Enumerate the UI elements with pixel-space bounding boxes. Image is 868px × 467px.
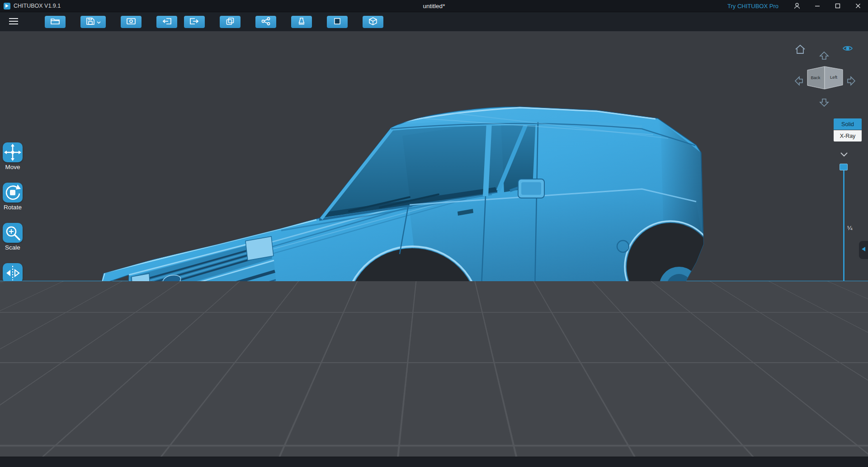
- arrow-down-icon: [819, 102, 829, 109]
- rotate-view-left-button[interactable]: [794, 76, 804, 87]
- document-title: untitled*: [423, 3, 445, 9]
- chevron-up-icon: [840, 417, 848, 424]
- hole-icon: [333, 17, 342, 27]
- viewport-3d[interactable]: [0, 31, 868, 281]
- plate-back-edge: [0, 281, 868, 282]
- maximize-button[interactable]: [827, 0, 848, 12]
- arrow-left-icon: [861, 245, 866, 255]
- minimize-icon: [815, 3, 820, 9]
- move-label: Move: [5, 164, 20, 170]
- slider-tick-three-quarter: ¾: [847, 344, 852, 351]
- hamburger-icon: [8, 20, 19, 27]
- pillar-icon: [297, 17, 306, 27]
- axis-z-label: Z: [20, 406, 23, 412]
- rotate-view-right-button[interactable]: [846, 76, 856, 87]
- scale-label: Scale: [5, 244, 20, 251]
- transform-tools-panel: Move Rotate Scale: [2, 142, 24, 303]
- status-bar: [0, 457, 868, 467]
- screenshot-icon: [126, 17, 136, 27]
- app-title: CHITUBOX V1.9.1: [14, 3, 61, 9]
- chevron-down-icon: [840, 152, 848, 159]
- rotate-icon: [3, 183, 23, 203]
- main-toolbar: [0, 12, 868, 31]
- cube-face-left-label: Left: [830, 75, 837, 80]
- move-icon: [3, 142, 23, 162]
- build-plate-grid: [0, 281, 868, 457]
- solid-mode-button[interactable]: Solid: [834, 118, 862, 130]
- rotate-label: Rotate: [4, 204, 22, 211]
- arrow-right-icon: [846, 80, 856, 87]
- rotate-view-down-button[interactable]: [819, 98, 829, 109]
- copy-button[interactable]: [220, 16, 241, 28]
- close-icon: [855, 3, 861, 9]
- rotate-view-up-button[interactable]: [819, 51, 829, 62]
- menu-button[interactable]: [7, 16, 20, 27]
- home-view-button[interactable]: [795, 44, 806, 56]
- navigation-widget: Back Left: [787, 42, 863, 118]
- slider-tick-quarter: ¼: [847, 225, 852, 231]
- arrow-left-icon: [794, 80, 804, 87]
- slider-collapse-button[interactable]: [840, 152, 848, 159]
- layer-slider-handle-top[interactable]: [840, 164, 848, 170]
- titlebar: CHITUBOX V1.9.1 untitled* Try CHITUBOX P…: [0, 0, 868, 12]
- folder-icon: [50, 17, 60, 27]
- cube-face-back-label: Back: [811, 75, 820, 80]
- dig-hole-button[interactable]: [327, 16, 348, 28]
- app-logo-icon: [4, 3, 10, 9]
- eye-icon: [843, 46, 853, 53]
- support-button[interactable]: [255, 16, 276, 28]
- nodes-icon: [261, 17, 271, 27]
- save-button[interactable]: [80, 16, 106, 28]
- axis-y-label: Y: [6, 439, 9, 445]
- import-button[interactable]: [156, 16, 177, 28]
- copy-icon: [226, 17, 235, 27]
- box-icon: [368, 17, 378, 27]
- close-button[interactable]: [848, 0, 868, 12]
- xray-mode-button[interactable]: X-Ray: [834, 130, 862, 142]
- person-icon: [793, 2, 801, 9]
- slice-button[interactable]: [363, 16, 383, 28]
- settings-panel-tab[interactable]: [859, 241, 868, 259]
- arrow-out-icon: [189, 17, 199, 27]
- open-button[interactable]: [45, 16, 66, 28]
- mirror-label: Mirror: [5, 284, 20, 291]
- maximize-icon: [835, 3, 840, 9]
- chevron-down-icon: [97, 19, 101, 25]
- mirror-tool[interactable]: Mirror: [3, 263, 23, 291]
- view-cube[interactable]: Back Left: [807, 64, 844, 93]
- minimize-button[interactable]: [807, 0, 827, 12]
- slider-tick-half: ½: [847, 284, 852, 291]
- scale-icon: [3, 223, 23, 243]
- visibility-button[interactable]: [843, 45, 853, 53]
- scale-tool[interactable]: Scale: [3, 223, 23, 251]
- export-button[interactable]: [184, 16, 205, 28]
- plate-side-band: [0, 281, 3, 457]
- move-tool[interactable]: Move: [3, 142, 23, 170]
- screenshot-button[interactable]: [121, 16, 142, 28]
- layer-slider-track[interactable]: [843, 168, 844, 407]
- home-icon: [795, 49, 806, 56]
- rotate-tool[interactable]: Rotate: [3, 183, 23, 211]
- arrow-in-icon: [162, 17, 172, 27]
- chitubox-window: CHITUBOX V1.9.1 untitled* Try CHITUBOX P…: [0, 0, 868, 467]
- save-icon: [86, 17, 95, 27]
- account-button[interactable]: [787, 0, 807, 12]
- axis-x-label: X: [30, 438, 34, 444]
- arrow-up-icon: [819, 55, 829, 62]
- hollow-button[interactable]: [291, 16, 312, 28]
- mirror-icon: [3, 263, 23, 283]
- slider-expand-button[interactable]: [840, 417, 848, 424]
- try-pro-link[interactable]: Try CHITUBOX Pro: [727, 3, 778, 9]
- axes-gizmo: Z Y X: [4, 404, 40, 447]
- layer-slider-handle-bottom[interactable]: [840, 404, 848, 410]
- render-mode-switch: Solid X-Ray: [834, 118, 862, 142]
